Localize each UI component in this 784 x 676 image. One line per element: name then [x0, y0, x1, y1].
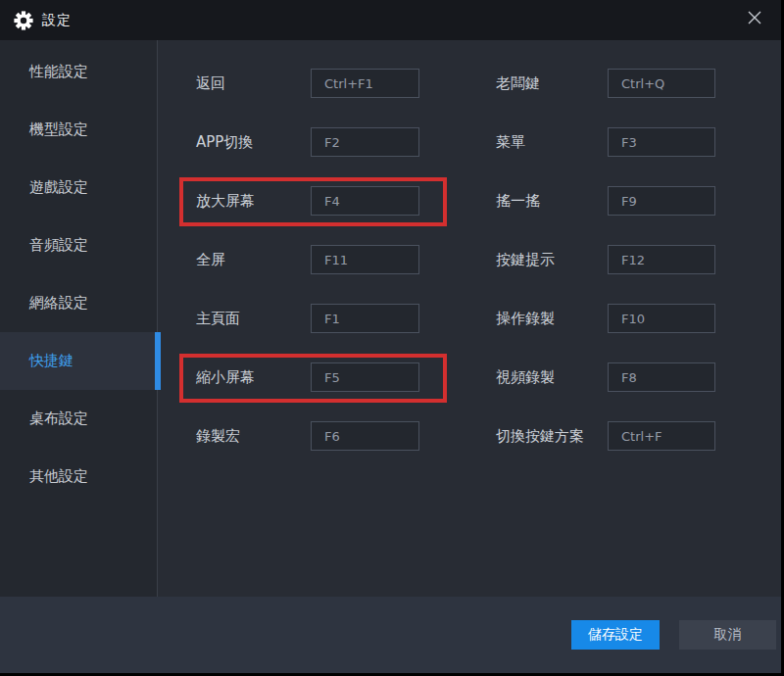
sidebar-item-label: 遊戲設定 — [29, 178, 88, 197]
close-icon — [747, 10, 762, 29]
hotkey-label: 老闆鍵 — [496, 74, 608, 93]
hotkey-input[interactable] — [608, 69, 715, 98]
hotkey-label: 主頁面 — [196, 310, 311, 328]
hotkey-input[interactable] — [608, 421, 715, 451]
save-settings-button[interactable]: 儲存設定 — [571, 620, 660, 650]
hotkey-row: 操作錄製 — [496, 304, 715, 333]
hotkey-label: 搖一搖 — [496, 192, 608, 211]
hotkey-input[interactable] — [311, 186, 419, 216]
sidebar-item[interactable]: 機型設定 — [0, 101, 157, 159]
close-button[interactable] — [741, 6, 768, 33]
hotkey-input[interactable] — [311, 362, 419, 392]
sidebar-item[interactable]: 性能設定 — [0, 43, 157, 101]
hotkey-row: 全屏 — [196, 245, 419, 274]
sidebar-item[interactable]: 音頻設定 — [0, 217, 157, 274]
hotkey-row: 老闆鍵 — [496, 69, 715, 98]
hotkey-input[interactable] — [311, 69, 419, 98]
gear-icon — [14, 11, 33, 30]
hotkey-input[interactable] — [608, 127, 715, 157]
sidebar-item-label: 性能設定 — [29, 63, 88, 81]
hotkey-input[interactable] — [608, 245, 715, 274]
sidebar-item[interactable]: 桌布設定 — [0, 390, 157, 448]
hotkey-label: 按鍵提示 — [496, 251, 608, 269]
hotkey-label: 操作錄製 — [496, 310, 608, 328]
hotkeys-column-right: 老闆鍵 菜單 搖一搖 按鍵提示 — [496, 69, 715, 480]
hotkey-row: 搖一搖 — [496, 186, 715, 216]
hotkey-label: 視頻錄製 — [496, 368, 608, 387]
hotkey-row: 錄製宏 — [196, 421, 419, 451]
hotkey-row: 視頻錄製 — [496, 362, 715, 392]
hotkeys-column-left: 返回 APP切換 放大屏幕 全屏 — [196, 69, 419, 480]
hotkeys-panel: 返回 APP切換 放大屏幕 全屏 — [158, 40, 781, 597]
hotkey-input[interactable] — [311, 127, 419, 157]
hotkey-row: 放大屏幕 — [196, 186, 419, 216]
sidebar-item-label: 音頻設定 — [29, 236, 88, 255]
hotkey-label: 錄製宏 — [196, 427, 311, 446]
footer-bar: 儲存設定 取消 — [0, 597, 781, 673]
settings-window: 設定 性能設定 機型設定 遊戲設定 音頻設定 — [0, 0, 781, 673]
hotkey-input[interactable] — [311, 304, 419, 333]
hotkey-label: 返回 — [196, 74, 311, 93]
cancel-button[interactable]: 取消 — [679, 620, 776, 650]
hotkey-row: APP切換 — [196, 127, 419, 157]
sidebar-item[interactable]: 網絡設定 — [0, 274, 157, 332]
hotkey-row: 返回 — [196, 69, 419, 98]
hotkey-row: 切換按鍵方案 — [496, 421, 715, 451]
hotkey-input[interactable] — [608, 186, 715, 216]
hotkey-label: 全屏 — [196, 251, 311, 269]
hotkey-row: 主頁面 — [196, 304, 419, 333]
sidebar-item-label: 機型設定 — [29, 121, 88, 139]
hotkey-label: 放大屏幕 — [196, 192, 311, 211]
sidebar-item[interactable]: 遊戲設定 — [0, 159, 157, 217]
hotkey-input[interactable] — [608, 304, 715, 333]
sidebar-item-label: 其他設定 — [29, 467, 88, 486]
sidebar-item-label: 快捷鍵 — [29, 352, 74, 370]
sidebar-item[interactable]: 其他設定 — [0, 448, 157, 506]
sidebar-divider — [157, 40, 158, 597]
hotkey-input[interactable] — [311, 421, 419, 451]
hotkey-row: 縮小屏幕 — [196, 362, 419, 392]
sidebar-item-label: 網絡設定 — [29, 294, 88, 313]
hotkey-label: 切換按鍵方案 — [496, 427, 608, 446]
hotkey-label: 菜單 — [496, 133, 608, 152]
window-title: 設定 — [42, 12, 72, 29]
sidebar-item-label: 桌布設定 — [29, 410, 88, 428]
hotkey-input[interactable] — [311, 245, 419, 274]
hotkey-input[interactable] — [608, 362, 715, 392]
hotkey-row: 按鍵提示 — [496, 245, 715, 274]
settings-sidebar: 性能設定 機型設定 遊戲設定 音頻設定 網絡設定 快捷鍵 桌布設定 — [0, 40, 157, 597]
hotkey-row: 菜單 — [496, 127, 715, 157]
hotkey-label: APP切換 — [196, 133, 311, 152]
titlebar: 設定 — [0, 0, 781, 40]
sidebar-item[interactable]: 快捷鍵 — [0, 332, 157, 390]
hotkey-label: 縮小屏幕 — [196, 368, 311, 387]
